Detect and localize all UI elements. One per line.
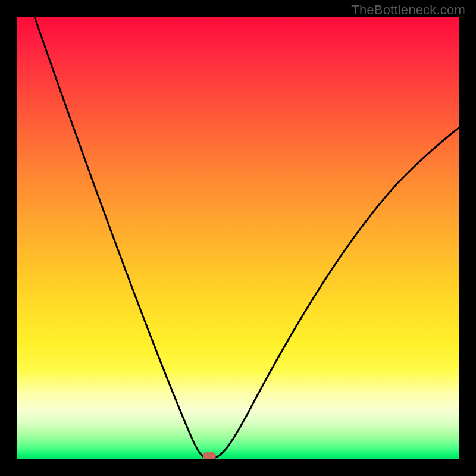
bottleneck-curve [17, 17, 459, 459]
optimum-marker [203, 452, 216, 459]
chart-frame: TheBottleneck.com [0, 0, 476, 476]
curve-left-branch [35, 17, 206, 458]
curve-right-branch [213, 127, 459, 458]
watermark-text: TheBottleneck.com [351, 2, 465, 18]
gradient-plot-area [17, 17, 459, 459]
